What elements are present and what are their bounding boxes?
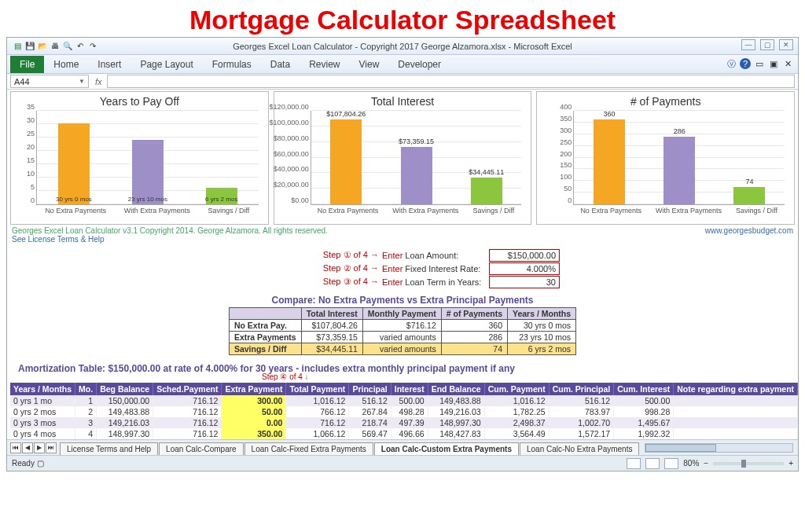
sheet-tab[interactable]: Loan Calc-Compare — [159, 442, 244, 455]
y-tick: 150 — [560, 161, 574, 169]
print-icon[interactable]: 🖶 — [50, 41, 61, 52]
amort-cell: 2,498.37 — [484, 417, 549, 428]
tab-nav-prev-icon[interactable]: ◀ — [22, 442, 33, 453]
excel-window: ▤ 💾 📂 🖶 🔍 ↶ ↷ Georges Excel Loan Calcula… — [6, 37, 799, 471]
bar-label: $73,359.15 — [399, 138, 434, 145]
table-row: 0 yrs 1 mo1150,000.00716.12300.001,016.1… — [10, 395, 798, 406]
tab-nav-next-icon[interactable]: ▶ — [34, 442, 45, 453]
amort-cell: 716.12 — [286, 417, 349, 428]
amort-cell: 148,427.83 — [428, 428, 484, 439]
amort-header: Sched.Payment — [153, 383, 222, 395]
name-box-value: A44 — [14, 77, 30, 86]
loan-amount-input[interactable]: $150,000.00 — [489, 249, 560, 262]
fx-icon[interactable]: fx — [95, 77, 102, 86]
y-tick: $100,000.00 — [270, 119, 311, 127]
redo-icon[interactable]: ↷ — [87, 41, 98, 52]
zoom-slider[interactable] — [713, 462, 784, 465]
minimize-button[interactable]: — — [741, 39, 755, 50]
amort-cell: 0 yrs 3 mos — [10, 417, 75, 428]
compare-cell: Extra Payments — [229, 332, 301, 343]
name-box[interactable]: A44 ▼ — [10, 75, 89, 88]
amort-cell: 497.39 — [391, 417, 428, 428]
amort-cell: 1,782.25 — [484, 406, 549, 417]
amort-header: Principal — [349, 383, 391, 395]
amort-cell[interactable]: 0.00 — [222, 417, 286, 428]
amort-cell — [674, 428, 798, 439]
bar: 286 — [663, 137, 695, 204]
amort-cell: 149,483.88 — [97, 406, 153, 417]
sheet-tab[interactable]: Loan Calc-No Extra Payments — [520, 442, 640, 455]
zoom-level[interactable]: 80% — [683, 459, 699, 468]
formula-input[interactable] — [107, 75, 795, 88]
tab-developer[interactable]: Developer — [388, 56, 450, 73]
step2-field-label: Fixed Interest Rate: — [405, 264, 480, 273]
amort-cell: 2 — [75, 406, 97, 417]
sheet-tab[interactable]: Loan Calc-Fixed Extra Payments — [244, 442, 373, 455]
amort-cell[interactable]: 300.00 — [222, 395, 286, 406]
zoom-slider-thumb[interactable] — [741, 460, 746, 468]
scrollbar-thumb[interactable] — [645, 444, 716, 452]
license-link[interactable]: See License Terms & Help — [12, 235, 105, 244]
compare-header: Monthly Payment — [362, 308, 441, 320]
amort-cell: 716.12 — [153, 417, 222, 428]
amort-cell[interactable]: 350.00 — [222, 428, 286, 439]
window-min-icon[interactable]: ▭ — [754, 58, 765, 69]
y-tick: 0 — [31, 196, 37, 204]
bar-label: 360 — [603, 110, 615, 118]
tab-view[interactable]: View — [350, 56, 389, 73]
help-icon[interactable]: ? — [740, 58, 751, 69]
tab-review[interactable]: Review — [300, 56, 349, 73]
loan-term-input[interactable]: 30 — [489, 276, 560, 288]
bar: 30 yrs 0 mos — [58, 123, 90, 204]
bar-label: $107,804.26 — [326, 110, 366, 118]
compare-cell: 286 — [441, 332, 507, 343]
y-tick: 350 — [560, 115, 574, 123]
formula-bar: A44 ▼ fx — [7, 74, 798, 90]
tab-page-layout[interactable]: Page Layout — [130, 56, 202, 73]
bar-label: $34,445.11 — [469, 168, 504, 176]
save-icon[interactable]: 💾 — [24, 41, 35, 52]
worksheet: Years to Pay Off0510152025303530 yrs 0 m… — [7, 90, 798, 439]
tab-data[interactable]: Data — [261, 56, 300, 73]
website-link[interactable]: www.georgesbudget.com — [705, 226, 793, 244]
view-normal-icon[interactable] — [627, 458, 641, 469]
window-close-icon[interactable]: ✕ — [782, 58, 793, 69]
quick-access-toolbar: ▤ 💾 📂 🖶 🔍 ↶ ↷ — [12, 41, 98, 52]
y-tick: $40,000.00 — [274, 165, 311, 173]
x-category: No Extra Payments — [580, 207, 641, 215]
macro-record-icon[interactable]: ▢ — [37, 459, 44, 468]
bar-label: 286 — [674, 127, 686, 135]
x-category: Savings / Diff — [472, 207, 514, 215]
y-tick: 300 — [560, 127, 574, 134]
tab-insert[interactable]: Insert — [88, 56, 130, 73]
tab-nav-first-icon[interactable]: ⏮ — [10, 442, 21, 453]
maximize-button[interactable]: ▢ — [760, 39, 774, 50]
tab-nav-last-icon[interactable]: ⏭ — [46, 442, 57, 453]
sheet-tab[interactable]: License Terms and Help — [60, 442, 158, 455]
preview-icon[interactable]: 🔍 — [62, 41, 73, 52]
amort-cell: 1,572.17 — [549, 428, 614, 439]
tab-formulas[interactable]: Formulas — [203, 56, 261, 73]
compare-cell: varied amounts — [362, 343, 441, 355]
undo-icon[interactable]: ↶ — [75, 41, 86, 52]
close-button[interactable]: ✕ — [779, 39, 793, 50]
minimize-ribbon-icon[interactable]: ⓥ — [726, 58, 737, 69]
name-box-dropdown-icon[interactable]: ▼ — [79, 78, 85, 85]
window-restore-icon[interactable]: ▣ — [768, 58, 779, 69]
zoom-out-icon[interactable]: − — [704, 459, 708, 468]
step1-field-label: Loan Amount: — [405, 251, 458, 260]
sheet-tab[interactable]: Loan Calc-Custom Extra Payments — [374, 442, 519, 455]
interest-rate-input[interactable]: 4.000% — [489, 262, 560, 275]
horizontal-scrollbar[interactable] — [645, 443, 793, 453]
sheet-tabs-bar: ⏮ ◀ ▶ ⏭ License Terms and HelpLoan Calc-… — [7, 439, 798, 455]
open-icon[interactable]: 📂 — [37, 41, 48, 52]
step2-label: Step ② of 4 → — [245, 263, 379, 273]
amort-cell[interactable]: 50.00 — [222, 406, 286, 417]
view-page-break-icon[interactable] — [664, 458, 678, 469]
tab-file[interactable]: File — [10, 56, 44, 73]
amort-header: Years / Months — [10, 383, 75, 395]
view-page-layout-icon[interactable] — [645, 458, 660, 469]
tab-home[interactable]: Home — [44, 56, 88, 73]
y-tick: 400 — [560, 103, 574, 111]
zoom-in-icon[interactable]: + — [788, 459, 793, 468]
